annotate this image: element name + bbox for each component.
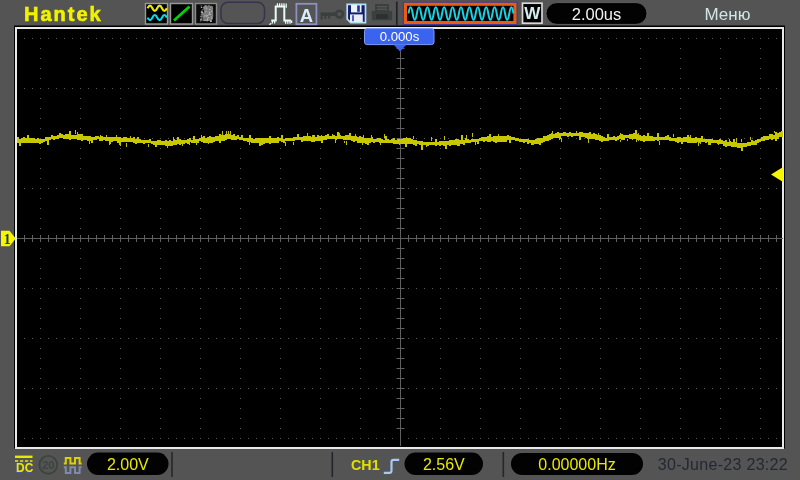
svg-text:0.00000Hz: 0.00000Hz <box>538 456 615 473</box>
svg-text:30-June-23 23:22: 30-June-23 23:22 <box>658 456 788 473</box>
svg-text:A: A <box>300 5 313 26</box>
svg-text:W: W <box>524 4 541 23</box>
svg-text:CH1: CH1 <box>351 457 380 473</box>
svg-text:0.000s: 0.000s <box>380 29 420 44</box>
svg-text:Hantek: Hantek <box>24 3 103 25</box>
svg-text:Меню: Меню <box>705 5 751 24</box>
svg-text:20: 20 <box>42 459 55 471</box>
svg-text:1: 1 <box>4 232 11 247</box>
svg-text:DC: DC <box>16 461 34 475</box>
svg-text:2.56V: 2.56V <box>423 456 465 473</box>
svg-text:2.00V: 2.00V <box>107 456 149 473</box>
svg-text:2.00us: 2.00us <box>572 5 622 23</box>
